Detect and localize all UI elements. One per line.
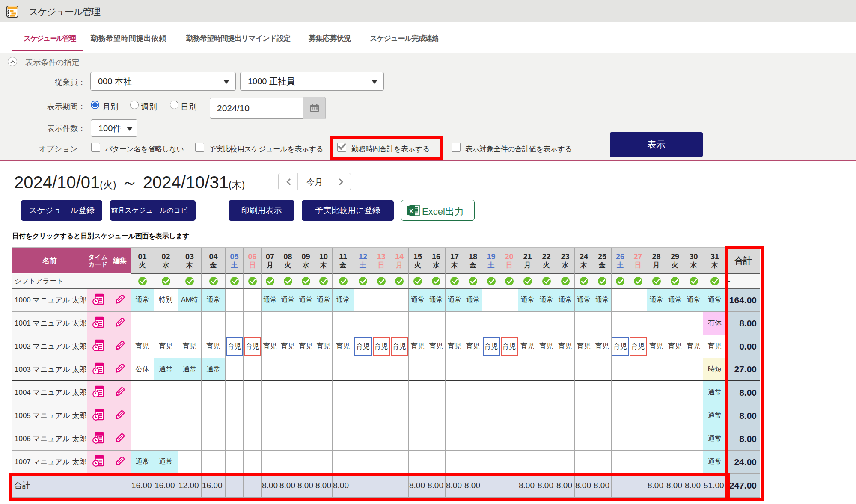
svg-text:X: X xyxy=(409,208,413,214)
